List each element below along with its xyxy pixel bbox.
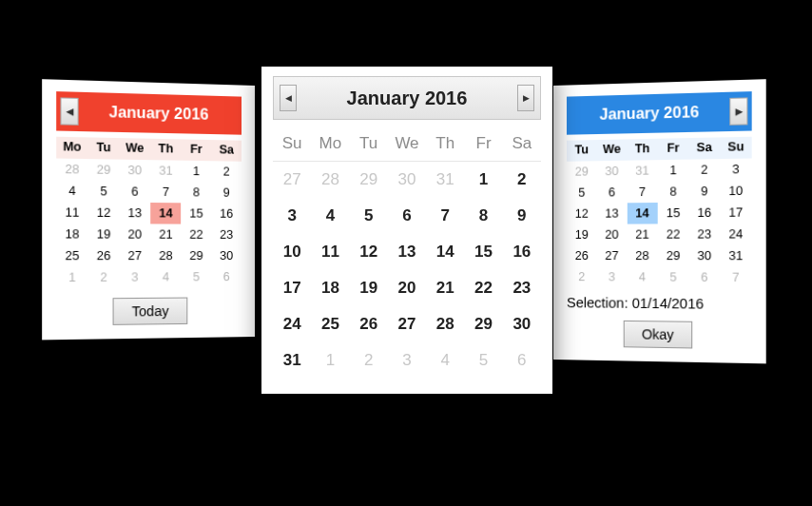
day-cell[interactable]: 9 — [211, 182, 242, 203]
day-cell[interactable]: 3 — [720, 159, 751, 181]
day-cell[interactable]: 9 — [688, 181, 720, 203]
day-cell[interactable]: 5 — [88, 181, 120, 203]
day-cell[interactable]: 29 — [88, 159, 120, 181]
day-cell[interactable]: 23 — [688, 224, 720, 245]
day-cell[interactable]: 19 — [88, 224, 120, 245]
day-cell[interactable]: 5 — [658, 266, 689, 288]
day-cell[interactable]: 18 — [56, 224, 87, 245]
day-cell[interactable]: 22 — [181, 224, 211, 245]
day-cell[interactable]: 6 — [597, 182, 628, 204]
day-cell[interactable]: 15 — [658, 203, 689, 224]
day-cell[interactable]: 17 — [720, 202, 751, 224]
day-cell[interactable]: 30 — [688, 245, 720, 267]
day-cell[interactable]: 16 — [211, 204, 242, 224]
day-cell[interactable]: 28 — [426, 306, 464, 342]
day-cell[interactable]: 29 — [567, 161, 597, 183]
day-cell[interactable]: 4 — [627, 266, 657, 287]
day-cell[interactable]: 30 — [211, 245, 242, 266]
day-cell[interactable]: 30 — [503, 306, 541, 342]
day-cell[interactable]: 14 — [426, 234, 464, 270]
day-cell[interactable]: 2 — [567, 266, 597, 287]
day-cell[interactable]: 22 — [464, 270, 502, 306]
day-cell[interactable]: 15 — [464, 234, 502, 270]
day-cell[interactable]: 31 — [720, 245, 751, 267]
day-cell[interactable]: 20 — [388, 270, 426, 306]
today-button[interactable]: Today — [113, 298, 187, 325]
prev-month-button[interactable]: ◀ — [280, 85, 297, 111]
day-cell[interactable]: 18 — [311, 270, 349, 306]
day-cell[interactable]: 5 — [350, 198, 388, 234]
day-cell[interactable]: 6 — [120, 181, 151, 203]
day-cell[interactable]: 20 — [120, 224, 151, 245]
day-cell[interactable]: 2 — [88, 266, 120, 288]
day-cell[interactable]: 1 — [56, 266, 87, 288]
day-cell[interactable]: 21 — [627, 224, 657, 244]
day-cell[interactable]: 26 — [567, 245, 597, 266]
day-cell[interactable]: 25 — [56, 245, 87, 267]
day-cell[interactable]: 28 — [150, 245, 181, 266]
day-cell[interactable]: 29 — [350, 162, 388, 198]
day-cell[interactable]: 27 — [120, 245, 151, 267]
day-cell[interactable]: 31 — [426, 162, 464, 198]
day-cell[interactable]: 8 — [658, 181, 689, 203]
day-cell[interactable]: 7 — [720, 266, 751, 288]
day-cell[interactable]: 27 — [388, 306, 426, 342]
day-cell[interactable]: 13 — [388, 234, 426, 270]
day-cell[interactable]: 6 — [688, 266, 720, 288]
day-cell[interactable]: 3 — [120, 266, 151, 288]
day-cell[interactable]: 2 — [350, 342, 388, 379]
day-cell[interactable]: 30 — [388, 162, 426, 198]
day-cell[interactable]: 7 — [627, 182, 657, 204]
day-cell[interactable]: 29 — [181, 245, 211, 266]
day-cell[interactable]: 28 — [311, 162, 349, 198]
day-cell[interactable]: 30 — [597, 161, 628, 183]
day-cell[interactable]: 8 — [464, 198, 502, 234]
day-cell[interactable]: 20 — [597, 224, 628, 245]
okay-button[interactable]: Okay — [623, 321, 692, 349]
day-cell[interactable]: 19 — [350, 270, 388, 306]
day-cell[interactable]: 13 — [597, 203, 628, 224]
day-cell[interactable]: 16 — [688, 202, 720, 224]
day-cell[interactable]: 7 — [426, 198, 464, 234]
day-cell[interactable]: 1 — [658, 160, 689, 182]
day-cell[interactable]: 15 — [181, 203, 211, 224]
prev-month-button[interactable]: ◀ — [60, 97, 78, 125]
next-month-button[interactable]: ▶ — [729, 97, 747, 125]
day-cell[interactable]: 23 — [503, 270, 541, 306]
day-cell[interactable]: 22 — [658, 224, 689, 245]
day-cell[interactable]: 29 — [464, 306, 502, 342]
day-cell[interactable]: 1 — [311, 342, 349, 379]
day-cell[interactable]: 5 — [567, 182, 597, 203]
day-cell[interactable]: 24 — [273, 306, 311, 342]
day-cell[interactable]: 31 — [150, 160, 181, 182]
day-cell[interactable]: 5 — [464, 342, 502, 379]
day-cell[interactable]: 6 — [388, 198, 426, 234]
day-cell[interactable]: 13 — [120, 203, 151, 224]
day-cell[interactable]: 2 — [688, 159, 720, 181]
day-cell[interactable]: 3 — [273, 198, 311, 234]
day-cell[interactable]: 4 — [426, 342, 464, 379]
day-cell[interactable]: 26 — [350, 306, 388, 342]
day-cell[interactable]: 7 — [150, 182, 181, 204]
day-cell[interactable]: 29 — [658, 245, 689, 267]
day-cell[interactable]: 30 — [120, 160, 151, 182]
day-cell[interactable]: 23 — [211, 224, 242, 245]
day-cell[interactable]: 28 — [627, 245, 657, 266]
day-cell[interactable]: 4 — [150, 266, 181, 287]
day-cell[interactable]: 10 — [720, 180, 751, 202]
day-cell[interactable]: 28 — [56, 159, 87, 181]
day-cell[interactable]: 21 — [150, 224, 181, 244]
day-cell[interactable]: 2 — [503, 162, 541, 198]
day-cell[interactable]: 17 — [273, 270, 311, 306]
day-cell[interactable]: 1 — [181, 161, 211, 183]
day-cell[interactable]: 16 — [503, 234, 541, 270]
day-cell[interactable]: 26 — [88, 245, 120, 267]
day-cell[interactable]: 10 — [273, 234, 311, 270]
day-cell[interactable]: 8 — [181, 182, 211, 204]
day-cell[interactable]: 6 — [503, 342, 541, 379]
day-cell[interactable]: 31 — [273, 342, 311, 379]
day-cell[interactable]: 14 — [627, 203, 657, 224]
day-cell[interactable]: 12 — [350, 234, 388, 270]
day-cell[interactable]: 2 — [211, 161, 242, 183]
day-cell[interactable]: 25 — [311, 306, 349, 342]
